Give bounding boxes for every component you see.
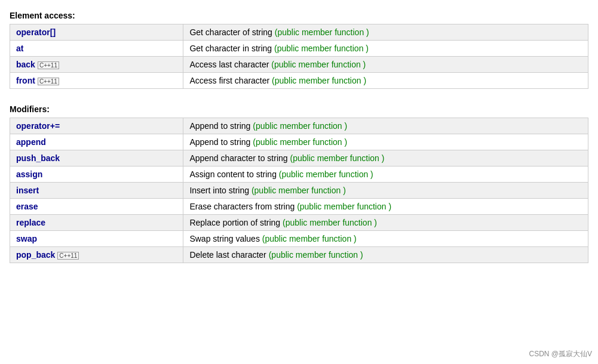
member-type-text: (public member function ) xyxy=(279,169,373,179)
table-row: appendAppend to string (public member fu… xyxy=(10,134,588,150)
function-description-cell: Swap string values (public member functi… xyxy=(183,231,588,247)
member-type-text: (public member function ) xyxy=(272,76,366,85)
member-type-text: (public member function ) xyxy=(297,202,391,211)
function-name[interactable]: swap xyxy=(16,234,37,243)
table-row: eraseErase characters from string (publi… xyxy=(10,199,588,215)
section-header-1: Modifiers: xyxy=(10,100,588,118)
member-type-text: (public member function ) xyxy=(253,121,347,131)
section-title: Element access xyxy=(10,11,72,20)
function-description-cell: Get character of string (public member f… xyxy=(183,24,588,41)
function-description-cell: Replace portion of string (public member… xyxy=(183,215,588,231)
description-text: Get character in string xyxy=(189,44,274,53)
table-row: operator+=Append to string (public membe… xyxy=(10,118,588,134)
function-description-cell: Append to string (public member function… xyxy=(183,134,588,150)
member-type-text: (public member function ) xyxy=(275,27,369,37)
member-type-text: (public member function ) xyxy=(269,250,363,260)
cpp-tag: C++11 xyxy=(57,252,79,260)
function-name-cell[interactable]: assign xyxy=(10,166,183,183)
description-text: Access first character xyxy=(189,76,272,85)
member-type-text: (public member function ) xyxy=(274,44,369,53)
table-row: push_backAppend character to string (pub… xyxy=(10,150,588,166)
table-row: frontC++11Access first character (public… xyxy=(10,73,588,89)
table-row: swapSwap string values (public member fu… xyxy=(10,231,588,247)
function-name-cell[interactable]: operator+= xyxy=(10,118,183,134)
table-row: operator[]Get character of string (publi… xyxy=(10,24,588,41)
description-text: Append to string xyxy=(189,121,253,131)
member-type-text: (public member function ) xyxy=(252,186,346,195)
description-text: Insert into string xyxy=(189,186,252,195)
member-type-text: (public member function ) xyxy=(283,218,377,227)
function-name-cell[interactable]: frontC++11 xyxy=(10,73,183,89)
function-name-cell[interactable]: replace xyxy=(10,215,183,231)
function-table-0: operator[]Get character of string (publi… xyxy=(10,24,588,89)
description-text: Replace portion of string xyxy=(189,218,283,227)
function-description-cell: Erase characters from string (public mem… xyxy=(183,199,588,215)
function-name-cell[interactable]: pop_backC++11 xyxy=(10,247,183,263)
description-text: Assign content to string xyxy=(189,169,278,179)
function-name-cell[interactable]: operator[] xyxy=(10,24,183,41)
function-name-cell[interactable]: append xyxy=(10,134,183,150)
cpp-tag: C++11 xyxy=(38,78,59,85)
function-name[interactable]: push_back xyxy=(16,153,60,163)
table-row: replaceReplace portion of string (public… xyxy=(10,215,588,231)
section-title: Modifiers xyxy=(10,104,47,114)
function-name[interactable]: back xyxy=(16,60,35,69)
table-row: assignAssign content to string (public m… xyxy=(10,166,588,183)
function-name[interactable]: operator[] xyxy=(16,27,56,37)
function-name[interactable]: insert xyxy=(16,186,39,195)
function-name-cell[interactable]: at xyxy=(10,41,183,57)
function-description-cell: Append to string (public member function… xyxy=(183,118,588,134)
function-name[interactable]: pop_back xyxy=(16,250,55,260)
function-description-cell: Access first character (public member fu… xyxy=(183,73,588,89)
function-description-cell: Assign content to string (public member … xyxy=(183,166,588,183)
function-name-cell[interactable]: insert xyxy=(10,183,183,199)
function-description-cell: Access last character (public member fun… xyxy=(183,57,588,73)
table-row: backC++11Access last character (public m… xyxy=(10,57,588,73)
section-header-0: Element access: xyxy=(10,6,588,24)
description-text: Append to string xyxy=(189,137,253,147)
function-description-cell: Insert into string (public member functi… xyxy=(183,183,588,199)
description-text: Access last character xyxy=(189,60,271,69)
member-type-text: (public member function ) xyxy=(290,153,385,163)
function-name-cell[interactable]: push_back xyxy=(10,150,183,166)
function-name[interactable]: append xyxy=(16,137,46,147)
table-row: pop_backC++11Delete last character (publ… xyxy=(10,247,588,263)
function-description-cell: Delete last character (public member fun… xyxy=(183,247,588,263)
function-name[interactable]: replace xyxy=(16,218,45,227)
member-type-text: (public member function ) xyxy=(271,60,366,69)
function-name[interactable]: assign xyxy=(16,169,42,179)
description-text: Append character to string xyxy=(189,153,290,163)
function-name[interactable]: operator+= xyxy=(16,121,60,131)
function-name-cell[interactable]: erase xyxy=(10,199,183,215)
function-name[interactable]: erase xyxy=(16,202,38,211)
function-name[interactable]: at xyxy=(16,44,23,53)
function-name-cell[interactable]: swap xyxy=(10,231,183,247)
function-description-cell: Append character to string (public membe… xyxy=(183,150,588,166)
description-text: Get character of string xyxy=(189,27,274,37)
function-description-cell: Get character in string (public member f… xyxy=(183,41,588,57)
description-text: Delete last character xyxy=(189,250,268,260)
member-type-text: (public member function ) xyxy=(262,234,357,243)
table-row: atGet character in string (public member… xyxy=(10,41,588,57)
member-type-text: (public member function ) xyxy=(253,137,347,147)
function-table-1: operator+=Append to string (public membe… xyxy=(10,118,588,263)
description-text: Erase characters from string xyxy=(189,202,297,211)
table-row: insertInsert into string (public member … xyxy=(10,183,588,199)
function-name-cell[interactable]: backC++11 xyxy=(10,57,183,73)
function-name[interactable]: front xyxy=(16,76,35,85)
cpp-tag: C++11 xyxy=(38,61,59,69)
description-text: Swap string values xyxy=(189,234,262,243)
